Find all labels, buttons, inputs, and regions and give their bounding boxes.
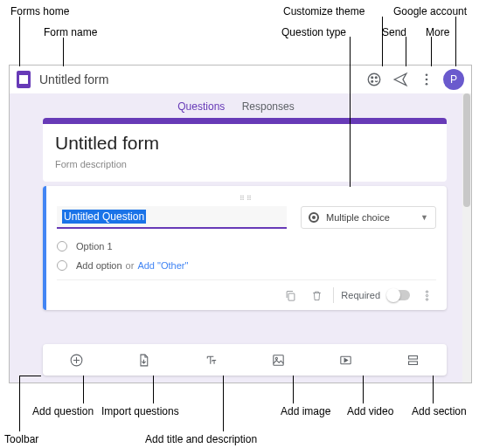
floating-toolbar — [43, 344, 447, 376]
document-name[interactable]: Untitled form — [39, 72, 108, 86]
question-text-input[interactable]: Untitled Question — [57, 206, 287, 229]
radio-icon — [309, 212, 319, 223]
svg-point-10 — [426, 298, 427, 300]
tabs: Questions Responses — [10, 97, 462, 120]
duplicate-button[interactable] — [281, 286, 300, 305]
or-text: or — [126, 260, 135, 271]
annotation-toolbar: Toolbar — [4, 433, 38, 445]
svg-point-4 — [426, 73, 428, 76]
video-icon — [338, 353, 353, 368]
svg-point-6 — [426, 83, 428, 86]
section-icon — [406, 353, 420, 368]
send-button[interactable] — [389, 68, 412, 91]
annotation-forms-home: Forms home — [10, 5, 69, 17]
forms-home-icon[interactable] — [17, 71, 31, 88]
annotation-add-section: Add section — [412, 405, 467, 417]
add-option-row[interactable]: Add option or Add "Other" — [57, 260, 436, 271]
add-image-button[interactable] — [267, 348, 291, 372]
google-account-avatar[interactable]: P — [443, 69, 464, 90]
title-card[interactable]: Untitled form Form description — [43, 118, 447, 182]
question-card: ⠿⠿ Untitled Question Multiple choice ▼ O… — [43, 186, 447, 310]
svg-point-9 — [426, 294, 427, 296]
svg-point-0 — [368, 73, 380, 86]
svg-point-1 — [371, 77, 373, 79]
svg-rect-15 — [409, 355, 418, 359]
delete-button[interactable] — [307, 286, 326, 305]
question-more-button[interactable] — [417, 286, 436, 305]
copy-icon — [284, 289, 297, 302]
add-circle-icon — [69, 353, 84, 368]
scrollbar-thumb[interactable] — [463, 93, 470, 207]
header: Untitled form P — [10, 65, 471, 93]
trash-icon — [310, 289, 323, 302]
required-label: Required — [341, 290, 380, 300]
scrollbar[interactable] — [462, 93, 471, 383]
annotation-question-type: Question type — [281, 26, 346, 38]
send-icon — [392, 72, 408, 87]
add-other-link[interactable]: Add "Other" — [137, 260, 188, 271]
tab-questions[interactable]: Questions — [170, 97, 232, 120]
annotation-add-video: Add video — [347, 405, 393, 417]
add-video-button[interactable] — [334, 348, 358, 372]
annotation-send: Send — [382, 26, 406, 38]
svg-point-5 — [426, 79, 428, 81]
image-icon — [271, 353, 286, 368]
import-icon — [136, 353, 151, 368]
svg-point-8 — [426, 291, 427, 293]
question-type-select[interactable]: Multiple choice ▼ — [301, 206, 436, 229]
drag-handle-icon[interactable]: ⠿⠿ — [57, 195, 436, 203]
radio-outline-icon — [57, 241, 67, 252]
annotation-google-account: Google account — [393, 5, 467, 17]
option-label[interactable]: Option 1 — [76, 241, 113, 252]
annotation-add-question: Add question — [32, 405, 94, 417]
annotation-import-questions: Import questions — [101, 405, 179, 417]
tab-responses[interactable]: Responses — [235, 97, 302, 118]
svg-point-3 — [371, 80, 373, 82]
radio-outline-icon — [57, 260, 67, 271]
svg-point-2 — [375, 77, 377, 79]
text-icon — [204, 353, 219, 368]
more-button[interactable] — [415, 68, 438, 91]
more-vert-icon — [420, 289, 434, 302]
app-window: Untitled form P Questions Responses Unti… — [9, 65, 472, 383]
question-type-label: Multiple choice — [326, 212, 390, 223]
import-questions-button[interactable] — [132, 348, 156, 372]
annotation-more: More — [426, 26, 449, 38]
annotation-add-title-desc: Add title and description — [145, 433, 257, 445]
annotation-add-image: Add image — [281, 405, 330, 417]
separator — [333, 287, 334, 303]
add-question-button[interactable] — [65, 348, 89, 372]
form-description[interactable]: Form description — [55, 159, 434, 169]
required-toggle[interactable] — [387, 290, 410, 300]
add-title-button[interactable] — [199, 348, 224, 372]
annotation-customize-theme: Customize theme — [283, 5, 364, 17]
svg-rect-12 — [274, 355, 283, 364]
more-vert-icon — [419, 72, 434, 87]
chevron-down-icon: ▼ — [420, 213, 428, 222]
add-option-label[interactable]: Add option — [76, 260, 122, 271]
add-section-button[interactable] — [401, 348, 426, 372]
annotation-form-name: Form name — [44, 26, 97, 38]
svg-rect-16 — [409, 361, 418, 364]
form-title[interactable]: Untitled form — [55, 133, 434, 154]
svg-rect-7 — [288, 293, 295, 300]
customize-theme-button[interactable] — [363, 68, 385, 91]
svg-point-13 — [275, 357, 277, 359]
palette-icon — [366, 72, 382, 87]
option-row[interactable]: Option 1 — [57, 241, 436, 252]
